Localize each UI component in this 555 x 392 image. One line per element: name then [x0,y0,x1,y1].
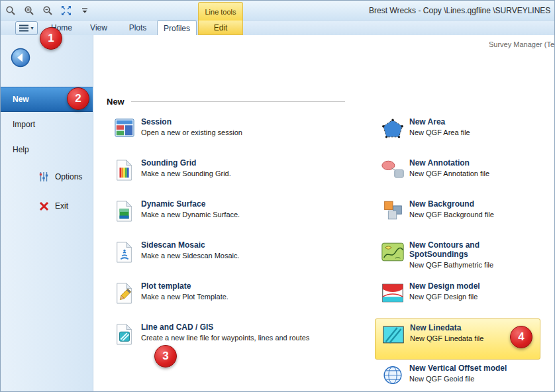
item-desc: New QGF Geoid file [409,375,507,383]
new-linedata-icon [377,323,410,346]
item-desc: New QGF Area file [409,128,470,137]
section-title: New [107,97,125,107]
zoom-select-icon[interactable] [42,5,54,17]
item-desc: New QGF Background file [409,211,494,219]
item-title: Dynamic Surface [141,199,240,209]
zoom-extents-icon[interactable] [60,5,72,17]
item-title: New Design model [409,281,480,291]
chevron-down-icon: ▾ [30,25,33,31]
item-title: New Vertical Offset model [409,364,507,373]
item-desc: New QGF Bathymetric file [409,261,535,270]
zoom-icon[interactable] [5,5,17,17]
item-desc: Make a new Plot Template. [141,293,228,301]
sidebar-item-label: New [13,95,29,104]
item-title: Plot template [141,281,228,291]
item-plot-template[interactable]: Plot template Make a new Plot Template. [107,277,362,318]
line-cad-gis-icon [108,322,141,346]
annotation-badge-3: 3 [154,345,177,368]
item-new-contours[interactable]: New Contours and SpotSoundings New QGF B… [375,236,540,277]
new-items-right-column: New Area New QGF Area file New Annotatio… [375,113,540,392]
plot-template-icon [108,281,141,305]
item-session[interactable]: Session Open a new or existing session [107,113,362,154]
item-desc: New QGF Design file [409,293,480,301]
item-title: Session [141,117,242,126]
item-title: New Background [409,199,494,209]
quick-access-toolbar [5,5,91,17]
item-desc: New QGF Annotation file [409,170,489,178]
tab-profiles[interactable]: Profiles [157,21,197,35]
item-title: Sidescan Mosaic [141,240,240,250]
item-desc: Make a new Dynamic Surface. [141,211,240,219]
annotation-badge-4: 4 [510,326,532,348]
new-design-icon [376,281,409,304]
item-title: New Linedata [410,323,483,332]
session-icon [108,117,141,138]
section-heading: New [107,97,345,107]
zoom-window-icon[interactable] [23,5,35,17]
item-new-annotation[interactable]: New Annotation New QGF Annotation file [375,154,540,195]
item-new-design-model[interactable]: New Design model New QGF Design file [375,277,540,318]
new-contours-icon [376,240,409,263]
new-items-left-column: Session Open a new or existing session S… [107,113,362,360]
new-background-icon [376,199,409,222]
application-window: Line tools Brest Wrecks - Copy \Lines.qg… [0,0,555,392]
item-sounding-grid[interactable]: Sounding Grid Make a new Sounding Grid. [107,154,362,195]
window-title: Brest Wrecks - Copy \Lines.qgfline \SURV… [369,6,553,15]
sidebar-item-exit[interactable]: Exit [1,191,93,220]
options-sliders-icon [38,172,50,182]
sidebar-item-import[interactable]: Import [1,112,93,137]
sidebar-item-label: Exit [55,201,68,211]
sidebar-item-help[interactable]: Help [1,137,93,162]
annotation-badge-2: 2 [67,87,89,110]
qat-menu-icon[interactable] [79,5,91,17]
tab-edit[interactable]: Edit [198,21,243,35]
item-title: New Contours and SpotSoundings [409,240,535,259]
item-title: Line and CAD / GIS [141,322,309,332]
item-desc: New QGF Linedata file [410,334,483,343]
item-title: New Annotation [409,158,489,168]
back-button[interactable] [10,47,31,68]
annotation-badge-1: 1 [40,27,62,50]
item-new-area[interactable]: New Area New QGF Area file [375,113,540,154]
sidebar-item-options[interactable]: Options [1,162,93,191]
item-desc: Make a new Sounding Grid. [141,170,231,178]
sidebar-item-label: Help [13,145,29,154]
item-title: New Area [409,117,470,126]
titlebar: Line tools Brest Wrecks - Copy \Lines.qg… [1,1,554,21]
new-vertical-offset-icon [376,364,409,386]
item-new-vertical-offset[interactable]: New Vertical Offset model New QGF Geoid … [375,360,540,392]
item-sidescan-mosaic[interactable]: Sidescan Mosaic Make a new Sidescan Mosa… [107,236,362,277]
item-new-background[interactable]: New Background New QGF Background file [375,195,540,236]
item-desc: Create a new line file for waypoints, li… [141,334,309,342]
application-menu-button[interactable]: ▾ [15,21,38,35]
new-annotation-icon [376,158,409,181]
new-area-icon [376,117,409,140]
dynamic-surface-icon [108,199,141,222]
contextual-tab-group-label: Line tools [198,2,243,21]
item-line-cad-gis[interactable]: Line and CAD / GIS Create a new line fil… [107,318,362,360]
ribbon-tabstrip: ▾ Home View Plots Profiles Edit [1,21,554,35]
app-menu-icon [19,23,28,34]
tab-view[interactable]: View [80,21,117,35]
sidebar-item-label: Options [55,172,82,181]
heading-rule [131,101,345,102]
tab-plots[interactable]: Plots [119,21,157,35]
survey-manager-label: Survey Manager (Te [489,40,554,48]
sidebar-item-label: Import [13,120,35,129]
item-desc: Make a new Sidescan Mosaic. [141,252,240,260]
item-dynamic-surface[interactable]: Dynamic Surface Make a new Dynamic Surfa… [107,195,362,236]
sidescan-mosaic-icon [108,240,141,264]
exit-x-icon [38,201,50,211]
item-desc: Open a new or existing session [141,128,242,137]
backstage-main: Survey Manager (Te New Session Open a ne… [93,35,554,391]
sounding-grid-icon [108,158,141,181]
item-title: Sounding Grid [141,158,231,168]
